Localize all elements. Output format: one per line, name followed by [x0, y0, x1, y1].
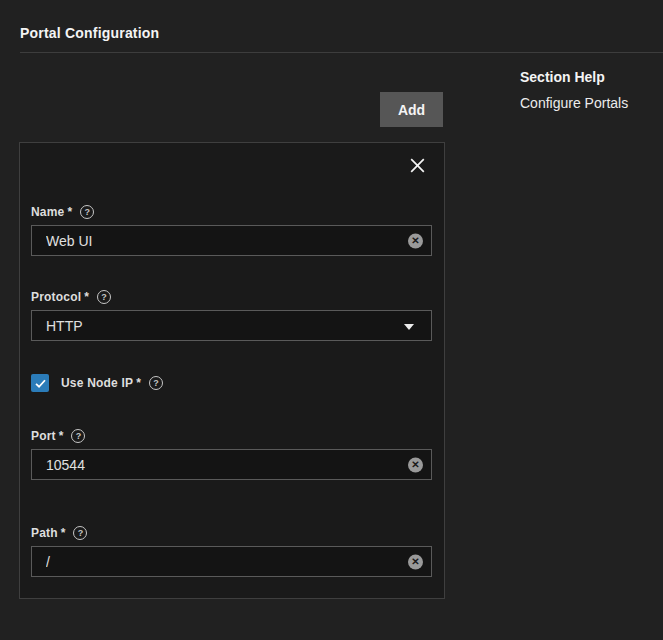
path-field-group: Path * ? ✕ — [31, 525, 432, 577]
protocol-label: Protocol — [31, 290, 81, 304]
required-marker: * — [61, 526, 66, 540]
protocol-dropdown[interactable]: HTTP — [31, 310, 432, 341]
path-input-wrap: ✕ — [31, 546, 432, 577]
port-input[interactable] — [31, 449, 432, 480]
name-field-group: Name * ? ✕ — [31, 204, 432, 256]
add-button[interactable]: Add — [380, 92, 443, 127]
help-icon[interactable]: ? — [149, 376, 163, 390]
section-help-text: Configure Portals — [520, 95, 628, 111]
section-help: Section Help Configure Portals — [520, 69, 628, 111]
name-label: Name — [31, 205, 64, 219]
name-label-row: Name * ? — [31, 204, 432, 219]
path-input[interactable] — [31, 546, 432, 577]
port-label-row: Port * ? — [31, 428, 432, 443]
header-divider — [20, 52, 663, 53]
close-button[interactable] — [404, 152, 430, 178]
port-input-wrap: ✕ — [31, 449, 432, 480]
port-label: Port — [31, 429, 56, 443]
path-label-row: Path * ? — [31, 525, 432, 540]
use-node-ip-label: Use Node IP — [61, 376, 133, 390]
use-node-ip-row: Use Node IP * ? — [31, 374, 163, 392]
required-marker: * — [136, 376, 141, 390]
name-input[interactable] — [31, 225, 432, 256]
chevron-down-icon — [404, 323, 414, 329]
protocol-label-row: Protocol * ? — [31, 289, 432, 304]
portal-configuration-page: Portal Configuration Add Section Help Co… — [0, 0, 663, 640]
use-node-ip-checkbox[interactable] — [31, 374, 49, 392]
port-field-group: Port * ? ✕ — [31, 428, 432, 480]
help-icon[interactable]: ? — [80, 205, 94, 219]
close-icon — [408, 156, 427, 175]
portal-form-panel: Name * ? ✕ Protocol * ? HTTP — [19, 142, 445, 599]
checkmark-icon — [34, 377, 47, 390]
required-marker: * — [67, 205, 72, 219]
clear-port-icon[interactable]: ✕ — [408, 457, 423, 472]
help-icon[interactable]: ? — [97, 290, 111, 304]
protocol-selected-value: HTTP — [46, 318, 83, 334]
required-marker: * — [84, 290, 89, 304]
required-marker: * — [59, 429, 64, 443]
page-title: Portal Configuration — [20, 25, 159, 41]
path-label: Path — [31, 526, 58, 540]
section-help-title: Section Help — [520, 69, 628, 85]
clear-path-icon[interactable]: ✕ — [408, 554, 423, 569]
name-input-wrap: ✕ — [31, 225, 432, 256]
clear-name-icon[interactable]: ✕ — [408, 233, 423, 248]
help-icon[interactable]: ? — [71, 429, 85, 443]
protocol-field-group: Protocol * ? HTTP — [31, 289, 432, 341]
help-icon[interactable]: ? — [73, 526, 87, 540]
